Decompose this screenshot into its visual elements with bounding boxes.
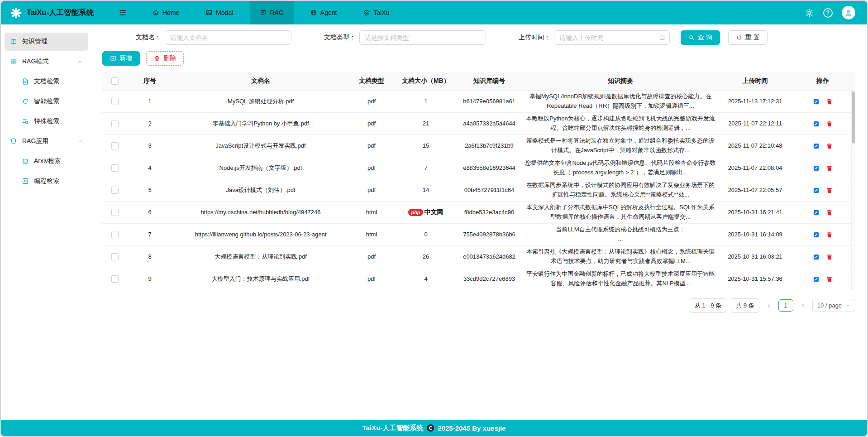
add-button-label: 新增 — [119, 54, 132, 62]
nav-label: Agent — [320, 9, 337, 16]
doc-type-cell: pdf — [349, 134, 394, 157]
nav-item-rag[interactable]: RAG — [250, 1, 294, 24]
select-all-checkbox[interactable] — [111, 77, 119, 85]
edit-button[interactable] — [813, 254, 820, 260]
edit-button[interactable] — [813, 143, 820, 149]
summary-text: 本教程以Python为核心，逐步构建从贪吃蛇到飞机大战的完整游戏开发流程。贪吃蛇… — [525, 114, 716, 132]
summary-cell: 策略模式是一种将算法封装在独立对象中，通过组合和委托实现多态的设计模式。在Jav… — [521, 134, 720, 157]
edit-button[interactable] — [813, 120, 820, 127]
page-size-select[interactable]: 10 / page — [812, 299, 855, 312]
row-checkbox[interactable] — [111, 231, 119, 238]
table-scrollbar[interactable] — [851, 91, 855, 290]
edit-button[interactable] — [813, 276, 820, 283]
row-checkbox[interactable] — [111, 98, 119, 105]
edit-button[interactable] — [813, 187, 820, 194]
pagination: 从 1 - 9 条 共 9 条 1 10 / page — [102, 298, 855, 313]
table-header-row: 序号 文档名 文档类型 文档大小（MB） 知识库编号 知识摘要 上传时间 操作 — [102, 72, 855, 90]
select-cell — [102, 268, 127, 290]
edit-button[interactable] — [813, 209, 820, 216]
php-logo-text: 中文网 — [424, 208, 444, 216]
sidebar-item-smart-search[interactable]: 智能检索 — [5, 92, 88, 110]
scrollbar-thumb[interactable] — [852, 91, 855, 144]
menu-collapse-icon[interactable] — [119, 9, 127, 17]
doc-type-cell: pdf — [349, 112, 394, 134]
row-checkbox[interactable] — [111, 209, 119, 216]
settings-gear-icon[interactable] — [805, 8, 814, 18]
delete-button[interactable] — [826, 98, 833, 105]
summary-text: 在数据库同步系统中，设计模式的协同应用有效解决了复杂业务场景下的扩展性与稳定性问… — [525, 181, 716, 199]
col-header-upload-time: 上传时间 — [720, 72, 790, 90]
nav-item-taixu[interactable]: TaiXu — [353, 1, 399, 24]
row-checkbox[interactable] — [111, 275, 119, 283]
user-avatar[interactable] — [842, 6, 855, 19]
nav-item-modal[interactable]: Modal — [196, 1, 243, 24]
summary-cell: 本教程以Python为核心，逐步构建从贪吃蛇到飞机大战的完整游戏开发流程。贪吃蛇… — [521, 112, 720, 134]
doc-type-cell: pdf — [349, 245, 394, 268]
reset-button-label: 重 置 — [745, 34, 760, 42]
row-checkbox[interactable] — [111, 142, 119, 149]
row-index-cell: 3 — [127, 134, 172, 157]
footer: TaiXu-人工智能系统 C 2025-2045 By xuesjie — [1, 420, 867, 436]
ops-cell — [790, 90, 855, 112]
doc-type-label: 文档类型： — [324, 34, 356, 42]
filter-doc-type: 文档类型： — [324, 30, 486, 45]
delete-button[interactable] — [826, 143, 833, 149]
doc-size-cell: 0 — [394, 223, 458, 245]
sidebar-item-arxiv-search[interactable]: Arxiv检索 — [5, 152, 88, 170]
doc-name-cell: https://lilianweng.github.io/posts/2023-… — [172, 223, 349, 245]
delete-button[interactable] — [826, 231, 833, 238]
nav-item-home[interactable]: Home — [142, 1, 189, 24]
pagination-page-1[interactable]: 1 — [778, 299, 793, 312]
upload-time-cell: 2025-11-07 22:10:48 — [720, 134, 790, 157]
sidebar-item-document-search[interactable]: 文档检索 — [5, 72, 88, 91]
nav-item-agent[interactable]: Agent — [300, 1, 347, 24]
upload-time-input[interactable] — [554, 30, 670, 45]
list-search-icon — [22, 118, 29, 125]
search-button[interactable]: 查 询 — [681, 30, 720, 45]
edit-button[interactable] — [813, 231, 820, 238]
delete-button[interactable] — [826, 187, 833, 194]
delete-button[interactable] — [826, 254, 833, 260]
help-icon[interactable]: ? — [823, 8, 833, 18]
pagination-next-button[interactable] — [798, 303, 808, 309]
filter-bar: 文档名： 文档类型： 上传时间： 查 询 重 — [136, 30, 855, 45]
row-checkbox[interactable] — [111, 187, 119, 194]
delete-button[interactable] — [826, 209, 833, 216]
select-cell — [102, 134, 127, 157]
row-index-cell: 9 — [127, 268, 172, 290]
sidebar-item-knowledge-management[interactable]: 知识管理 — [5, 33, 88, 51]
row-checkbox[interactable] — [111, 120, 119, 127]
pagination-prev-button[interactable] — [764, 303, 774, 309]
summary-text: 本索引聚焦《大规模语言模型：从理论到实践》核心概念，系统梳理关键术语与技术要点，… — [525, 247, 716, 265]
ops-cell — [790, 268, 855, 290]
kb-id-cell: 2a6f13b7c9f231b9 — [458, 134, 521, 157]
delete-button[interactable] — [826, 120, 833, 127]
add-button[interactable]: 新增 — [102, 51, 140, 66]
doc-type-select[interactable] — [359, 30, 486, 45]
table-row: 1MySQL 加锁处理分析.pdfpdf1b61479e056981a61掌握M… — [102, 90, 855, 112]
kb-id-cell: e883558e16923644 — [458, 157, 521, 179]
doc-name-cell: https://my.oschina.net/hubbledb/blog/494… — [172, 201, 349, 223]
bulk-delete-button[interactable]: 删除 — [146, 51, 184, 66]
doc-name-cell: Node.js开发指南（文字版）.pdf — [172, 157, 349, 179]
edit-button[interactable] — [813, 165, 820, 172]
delete-button[interactable] — [826, 165, 833, 172]
nav-label: RAG — [270, 9, 284, 16]
kb-id-cell: a4a057332a5a4644 — [458, 112, 521, 134]
doc-size-value: 21 — [423, 120, 429, 127]
sidebar-item-code-search[interactable]: 编程检索 — [5, 172, 88, 190]
reset-button[interactable]: 重 置 — [728, 30, 768, 45]
doc-size-cell: 21 — [394, 112, 458, 134]
row-checkbox[interactable] — [111, 253, 119, 260]
summary-cell: 掌握MySQL/InnoDB加锁规则是数据库优化与故障排查的核心能力。在Repe… — [521, 90, 720, 112]
doc-name-input[interactable] — [165, 30, 291, 45]
sidebar-group-rag-app[interactable]: RAG应用 — [5, 132, 88, 150]
sidebar-item-special-search[interactable]: 特殊检索 — [5, 112, 88, 130]
filter-upload-time: 上传时间： — [519, 30, 670, 45]
delete-button[interactable] — [826, 276, 833, 283]
sidebar-group-rag-mode[interactable]: RAG模式 — [5, 53, 88, 71]
table-row: 3JavaScript设计模式与开发实践.pdfpdf152a6f13b7c9f… — [102, 134, 855, 157]
edit-button[interactable] — [813, 98, 820, 105]
table-row: 2零基础入门学习Python by 小甲鱼.pdfpdf21a4a057332a… — [102, 112, 855, 134]
row-checkbox[interactable] — [111, 164, 119, 172]
